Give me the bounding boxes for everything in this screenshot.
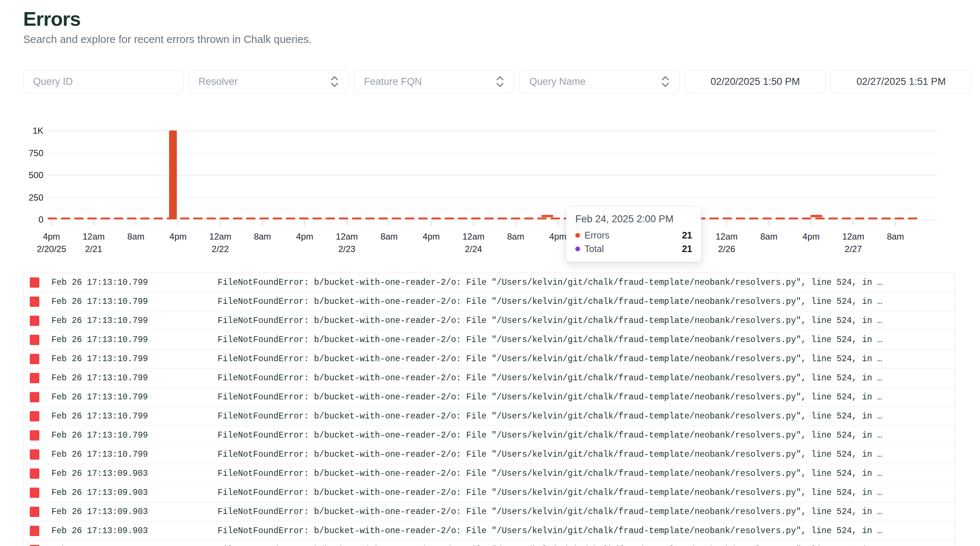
y-axis-tick-label: 500 xyxy=(10,170,43,180)
tooltip-total-value: 21 xyxy=(682,244,692,254)
chart-gridline xyxy=(48,175,937,176)
error-severity-icon xyxy=(30,411,39,421)
error-log-row[interactable]: Feb 26 17:13:09.903FileNotFoundError: b/… xyxy=(24,521,955,541)
error-log-row[interactable]: Feb 26 17:13:09.903FileNotFoundError: b/… xyxy=(24,464,955,483)
error-message: FileNotFoundError: b/bucket-with-one-rea… xyxy=(218,373,949,383)
error-timestamp: Feb 26 17:13:10.799 xyxy=(51,278,218,287)
error-severity-icon xyxy=(30,507,39,517)
x-axis-time-label: 4pm xyxy=(791,232,831,242)
tooltip-errors-row: Errors 21 xyxy=(575,230,692,241)
error-message: FileNotFoundError: b/bucket-with-one-rea… xyxy=(218,450,949,459)
error-timestamp: Feb 26 17:13:10.799 xyxy=(51,392,218,402)
x-axis-time-label: 4pm xyxy=(158,232,198,242)
error-severity-icon xyxy=(30,487,39,498)
error-severity-icon xyxy=(30,545,39,546)
error-log-table: Feb 26 17:13:10.799FileNotFoundError: b/… xyxy=(23,273,955,546)
error-severity-icon xyxy=(30,354,39,364)
errors-series-dot-icon xyxy=(575,233,580,238)
error-timestamp: Feb 26 17:13:10.799 xyxy=(51,335,218,344)
x-axis-date-label: 2/27 xyxy=(829,244,877,254)
x-axis-time-label: 4pm xyxy=(31,232,72,242)
error-message: FileNotFoundError: b/bucket-with-one-rea… xyxy=(218,488,949,497)
error-timestamp: Feb 26 17:13:10.799 xyxy=(51,297,218,306)
x-axis-time-label: 4pm xyxy=(285,232,325,242)
x-axis-time-label: 8am xyxy=(116,232,156,242)
error-timestamp: Feb 26 17:13:09.903 xyxy=(51,469,218,478)
error-message: FileNotFoundError: b/bucket-with-one-rea… xyxy=(218,526,949,536)
error-severity-icon xyxy=(30,468,39,479)
tooltip-errors-label: Errors xyxy=(584,230,682,241)
error-message: FileNotFoundError: b/bucket-with-one-rea… xyxy=(218,316,949,325)
error-message: FileNotFoundError: b/bucket-with-one-rea… xyxy=(218,507,949,517)
chart-tooltip: Feb 24, 2025 2:00 PM Errors 21 Total 21 xyxy=(566,206,702,262)
error-severity-icon xyxy=(30,316,39,326)
x-axis-date-label: 2/22 xyxy=(196,244,244,254)
error-severity-icon xyxy=(30,373,39,383)
error-message: FileNotFoundError: b/bucket-with-one-rea… xyxy=(218,411,949,421)
x-axis-time-label: 8am xyxy=(875,232,916,242)
x-axis-time-label: 8am xyxy=(749,232,789,242)
error-log-row[interactable]: Feb 26 17:13:09.903FileNotFoundError: b/… xyxy=(24,502,955,521)
error-timestamp: Feb 26 17:13:10.799 xyxy=(51,431,218,440)
y-axis-tick-label: 750 xyxy=(10,148,43,158)
error-message: FileNotFoundError: b/bucket-with-one-rea… xyxy=(218,354,949,364)
x-axis-date-label: 2/20/25 xyxy=(27,244,75,254)
error-message: FileNotFoundError: b/bucket-with-one-rea… xyxy=(218,335,949,344)
error-timestamp: Feb 26 17:13:09.903 xyxy=(51,526,218,536)
tooltip-errors-value: 21 xyxy=(682,230,692,241)
error-timestamp: Feb 26 17:13:10.799 xyxy=(51,411,218,421)
errors-dashed-line xyxy=(48,213,937,224)
error-log-row[interactable]: Feb 26 17:13:10.799FileNotFoundError: b/… xyxy=(24,330,955,349)
error-severity-icon xyxy=(30,335,39,345)
error-log-row[interactable]: Feb 26 17:13:10.799FileNotFoundError: b/… xyxy=(24,388,955,407)
error-log-row[interactable]: Feb 26 17:13:09.903FileNotFoundError: b/… xyxy=(24,483,955,502)
x-axis-date-label: 2/24 xyxy=(450,244,497,254)
error-timestamp: Feb 26 17:13:10.799 xyxy=(51,354,218,364)
tooltip-total-label: Total xyxy=(584,244,682,254)
error-log-row[interactable]: Feb 26 17:13:10.799FileNotFoundError: b/… xyxy=(24,426,955,445)
x-axis-time-label: 8am xyxy=(242,232,283,242)
errors-chart: Feb 24, 2025 2:00 PM Errors 21 Total 21 … xyxy=(0,0,980,265)
error-log-row[interactable]: Feb 26 17:13:10.799FileNotFoundError: b/… xyxy=(24,445,955,464)
error-timestamp: Feb 26 17:13:10.799 xyxy=(51,450,218,459)
y-axis-tick-label: 250 xyxy=(10,192,43,203)
total-series-dot-icon xyxy=(575,246,580,251)
x-axis-time-label: 8am xyxy=(495,232,536,242)
y-axis-tick-label: 1K xyxy=(10,125,43,136)
error-severity-icon xyxy=(30,392,39,402)
x-axis-date-label: 2/21 xyxy=(70,244,118,254)
x-axis-time-label: 12am xyxy=(833,232,873,242)
error-timestamp: Feb 26 17:13:09.903 xyxy=(51,507,218,517)
error-log-row[interactable]: Feb 26 17:13:10.799FileNotFoundError: b/… xyxy=(24,273,955,292)
error-timestamp: Feb 26 17:13:10.799 xyxy=(51,316,218,325)
error-severity-icon xyxy=(30,297,39,307)
error-message: FileNotFoundError: b/bucket-with-one-rea… xyxy=(218,431,949,440)
y-axis-tick-label: 0 xyxy=(10,214,43,225)
x-axis-time-label: 12am xyxy=(706,232,747,242)
error-log-row[interactable]: Feb 26 17:13:09.903FileNotFoundError: b/… xyxy=(24,541,955,546)
x-axis-time-label: 8am xyxy=(369,232,409,242)
error-message: FileNotFoundError: b/bucket-with-one-rea… xyxy=(218,469,949,478)
error-log-row[interactable]: Feb 26 17:13:10.799FileNotFoundError: b/… xyxy=(24,311,955,330)
error-log-row[interactable]: Feb 26 17:13:10.799FileNotFoundError: b/… xyxy=(24,368,955,388)
x-axis-time-label: 4pm xyxy=(411,232,452,242)
error-log-row[interactable]: Feb 26 17:13:10.799FileNotFoundError: b/… xyxy=(24,349,955,368)
error-log-row[interactable]: Feb 26 17:13:10.799FileNotFoundError: b/… xyxy=(24,407,955,426)
x-axis-date-label: 2/23 xyxy=(323,244,371,254)
error-timestamp: Feb 26 17:13:10.799 xyxy=(51,373,218,383)
error-message: FileNotFoundError: b/bucket-with-one-rea… xyxy=(218,278,949,287)
chart-gridline xyxy=(48,197,937,198)
x-axis-date-label: 2/26 xyxy=(703,244,751,254)
x-axis-time-label: 12am xyxy=(73,232,114,242)
error-timestamp: Feb 26 17:13:09.903 xyxy=(51,488,218,497)
error-message: FileNotFoundError: b/bucket-with-one-rea… xyxy=(218,297,949,306)
error-severity-icon xyxy=(30,278,39,288)
x-axis-time-label: 12am xyxy=(200,232,240,242)
x-axis-time-label: 12am xyxy=(453,232,494,242)
chart-tooltip-title: Feb 24, 2025 2:00 PM xyxy=(575,213,692,225)
error-log-row[interactable]: Feb 26 17:13:10.799FileNotFoundError: b/… xyxy=(24,292,955,311)
error-spike-bar[interactable] xyxy=(169,130,177,219)
error-severity-icon xyxy=(30,526,39,536)
error-message: FileNotFoundError: b/bucket-with-one-rea… xyxy=(218,392,949,402)
error-severity-icon xyxy=(30,449,39,460)
